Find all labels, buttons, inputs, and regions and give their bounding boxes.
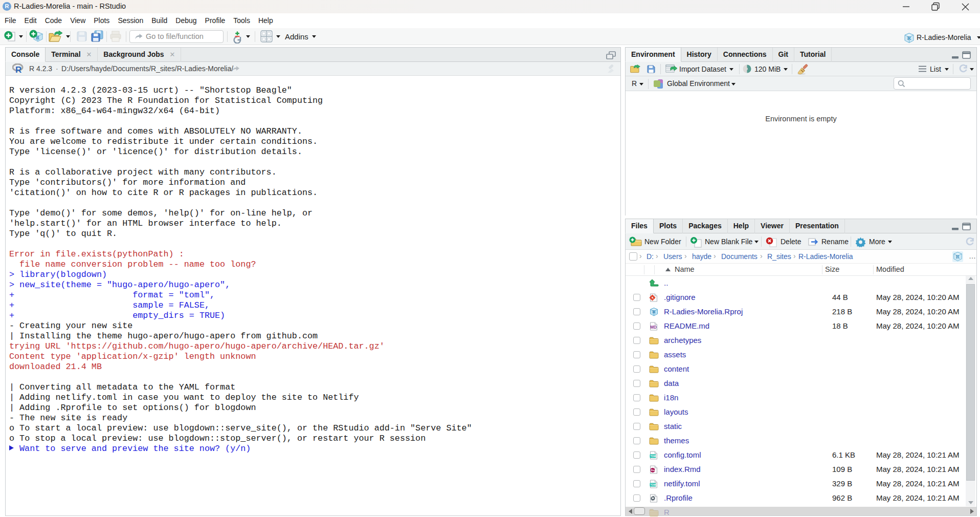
- svg-text:R: R: [907, 35, 912, 41]
- svg-text:R: R: [956, 254, 960, 260]
- svg-text:R: R: [15, 65, 21, 74]
- svg-text:TOML: TOML: [651, 484, 657, 486]
- svg-text:Rmd: Rmd: [651, 469, 656, 471]
- svg-text:MD: MD: [650, 325, 657, 330]
- svg-text:TOML: TOML: [651, 455, 657, 458]
- svg-text:R: R: [652, 309, 656, 314]
